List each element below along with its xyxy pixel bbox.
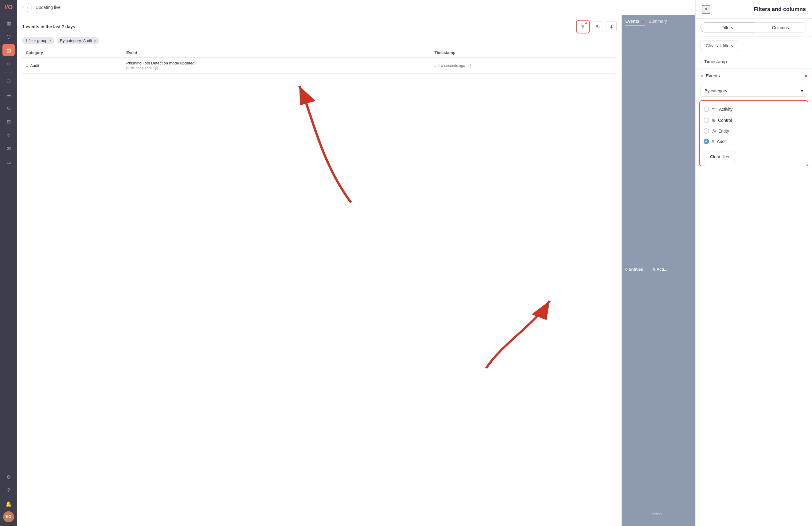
cell-event: Phishing Tool Detection mode updated pus… bbox=[122, 58, 431, 74]
summary-panel: Events Summary 0 Entities bbox=[622, 15, 695, 526]
events-table: Category Event Timestamp ≡ Audit bbox=[22, 48, 617, 74]
col-event: Event bbox=[122, 48, 431, 58]
settings-icon: ⚙ bbox=[6, 474, 11, 480]
sidebar-item-settings[interactable]: ⚙ bbox=[2, 471, 15, 483]
option-activity[interactable]: 〜 Activity bbox=[704, 105, 804, 114]
clear-all-filters-button[interactable]: Clear all filters bbox=[700, 41, 738, 51]
sidebar-item-terminal[interactable]: ▭ bbox=[2, 156, 15, 168]
filter-options-highlighted: 〜 Activity ⊕ Control ◎ Entity bbox=[699, 100, 808, 166]
tab-events[interactable]: Events bbox=[625, 19, 645, 26]
filter-active-dot bbox=[585, 22, 587, 24]
filter-section-events: ∨ Events By category ▾ 〜 Activity bbox=[696, 69, 812, 170]
sidebar: //O ▦ ⬡ ▤ ⌕ ⚇ ☁ ⊙ ⊞ ⎋ ✉ ▭ ⚙ ? 🔔 bbox=[0, 0, 17, 526]
control-icon: ⊕ bbox=[712, 117, 715, 123]
pause-button[interactable]: ⏸ bbox=[23, 3, 32, 12]
category-icon: ≡ bbox=[26, 63, 28, 68]
filters-panel: × Filters and columns Filters Columns Cl… bbox=[695, 0, 812, 526]
option-audit[interactable]: ≡ Audit bbox=[704, 137, 804, 146]
search-icon: ⌕ bbox=[7, 61, 10, 66]
event-cell: Phishing Tool Detection mode updated pus… bbox=[126, 61, 427, 70]
refresh-icon: ↻ bbox=[596, 24, 600, 30]
sidebar-item-users[interactable]: ⚇ bbox=[2, 75, 15, 87]
option-activity-label: Activity bbox=[719, 107, 733, 112]
terminal-icon: ▭ bbox=[6, 159, 11, 165]
events-section-header[interactable]: ∨ Events bbox=[700, 69, 807, 82]
option-entity-label: Entity bbox=[718, 129, 729, 134]
sidebar-item-notifications[interactable]: 🔔 bbox=[2, 498, 15, 510]
events-section-label: Events bbox=[706, 73, 720, 78]
radio-entity[interactable] bbox=[704, 128, 709, 134]
filters-title: Filters and columns bbox=[754, 6, 806, 13]
sidebar-item-help[interactable]: ? bbox=[2, 484, 15, 497]
dashboard-icon: ▦ bbox=[6, 20, 11, 26]
filters-header: × Filters and columns bbox=[696, 0, 812, 19]
entities-stat: 0 Entities bbox=[625, 267, 643, 272]
mail-icon: ✉ bbox=[7, 146, 11, 152]
select-prompt: Select... bbox=[625, 506, 692, 522]
tab-summary[interactable]: Summary bbox=[649, 19, 667, 26]
activity-icon: 〜 bbox=[712, 106, 716, 112]
refresh-button[interactable]: ↻ bbox=[592, 21, 603, 32]
option-entity[interactable]: ◎ Entity bbox=[704, 127, 804, 135]
events-count: 1 events in the last 7 days bbox=[22, 24, 75, 29]
table-row: ≡ Audit Phishing Tool Detection mode upd… bbox=[22, 58, 617, 74]
sidebar-item-dashboard[interactable]: ▦ bbox=[2, 17, 15, 29]
events-icon: ▤ bbox=[6, 47, 11, 53]
account-icon: ⊙ bbox=[7, 105, 11, 111]
category-dropdown-chevron: ▾ bbox=[801, 88, 803, 93]
events-dot bbox=[642, 21, 644, 23]
sidebar-item-events[interactable]: ▤ bbox=[2, 44, 15, 56]
sidebar-item-mail[interactable]: ✉ bbox=[2, 142, 15, 155]
sidebar-item-cloud[interactable]: ☁ bbox=[2, 88, 15, 101]
radio-audit[interactable] bbox=[704, 139, 709, 144]
mode-tab-filters[interactable]: Filters bbox=[700, 22, 754, 33]
sidebar-item-account[interactable]: ⊙ bbox=[2, 102, 15, 114]
timestamp-chevron-icon: › bbox=[700, 60, 702, 64]
event-subtitle: push-docs-admin@ bbox=[126, 66, 427, 70]
filter-group-tag: 1 filter group × bbox=[22, 37, 54, 44]
option-audit-label: Audit bbox=[717, 139, 727, 144]
col-timestamp: Timestamp bbox=[431, 48, 617, 58]
filter-button[interactable]: ▼ bbox=[576, 20, 590, 33]
cell-timestamp: a few seconds ago ⋮ bbox=[431, 58, 617, 74]
close-filters-button[interactable]: × bbox=[702, 5, 710, 14]
avatar[interactable]: KD bbox=[3, 511, 14, 522]
cloud-icon: ☁ bbox=[6, 92, 11, 97]
grid-icon: ⊞ bbox=[7, 119, 11, 124]
events-table-body: ≡ Audit Phishing Tool Detection mode upd… bbox=[22, 58, 617, 74]
main-wrapper: ⏸ Updating live 1 events in the last 7 d… bbox=[17, 0, 812, 526]
filter-group-label: 1 filter group bbox=[25, 39, 47, 43]
clear-filter-button[interactable]: Clear filter bbox=[704, 152, 736, 162]
timestamp-label: a few seconds ago bbox=[434, 63, 465, 68]
category-filter-close[interactable]: × bbox=[94, 39, 96, 43]
option-control-label: Control bbox=[718, 118, 732, 123]
radio-control[interactable] bbox=[704, 118, 709, 123]
filter-tags: 1 filter group × By category: Audit × bbox=[22, 37, 617, 44]
events-chevron-icon: ∨ bbox=[700, 74, 703, 78]
sidebar-item-analytics[interactable]: ⬡ bbox=[2, 30, 15, 43]
cell-category: ≡ Audit bbox=[22, 58, 122, 74]
users-icon: ⚇ bbox=[6, 78, 11, 84]
sidebar-item-grid[interactable]: ⊞ bbox=[2, 115, 15, 127]
more-options-button[interactable]: ⋮ bbox=[469, 63, 473, 68]
timestamp-section-header[interactable]: › Timestamp bbox=[700, 55, 807, 69]
mode-tab-columns[interactable]: Columns bbox=[754, 22, 807, 33]
sidebar-item-search[interactable]: ⌕ bbox=[2, 57, 15, 70]
download-button[interactable]: ⬇ bbox=[606, 21, 617, 32]
filter-group-close[interactable]: × bbox=[49, 39, 51, 43]
content-area: 1 events in the last 7 days ▼ ↻ ⬇ bbox=[17, 15, 695, 526]
notifications-icon: 🔔 bbox=[5, 501, 12, 507]
analytics-icon: ⬡ bbox=[6, 34, 11, 40]
category-dropdown[interactable]: By category ▾ bbox=[700, 85, 807, 97]
top-bar: ⏸ Updating live bbox=[17, 0, 695, 15]
timestamp-section-label: Timestamp bbox=[704, 59, 727, 64]
stat-divider bbox=[648, 267, 648, 272]
sidebar-bottom: ⚙ ? 🔔 KD bbox=[2, 471, 15, 522]
sidebar-item-plugin[interactable]: ⎋ bbox=[2, 129, 15, 141]
events-header: 1 events in the last 7 days ▼ ↻ ⬇ bbox=[22, 20, 617, 33]
audit-icon: ≡ bbox=[712, 139, 714, 144]
filter-section-timestamp: › Timestamp bbox=[696, 55, 812, 69]
category-filter-label: By category: Audit bbox=[60, 39, 92, 43]
option-control[interactable]: ⊕ Control bbox=[704, 116, 804, 124]
radio-activity[interactable] bbox=[704, 106, 709, 112]
